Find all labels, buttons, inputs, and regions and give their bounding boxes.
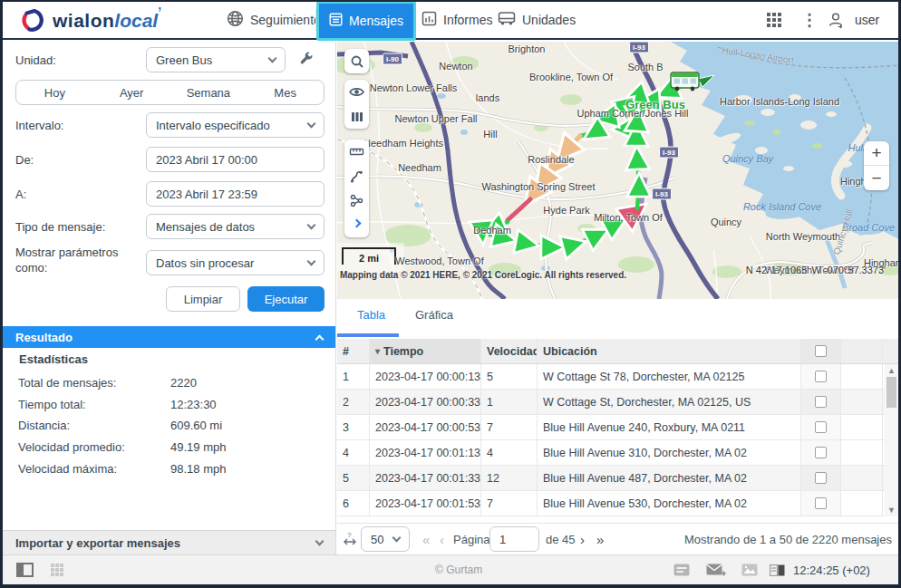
map-panel-expand-chevron-button[interactable] (344, 213, 369, 237)
tab-chart[interactable]: Gráfica (415, 308, 453, 322)
mail-notification-button[interactable] (706, 555, 726, 584)
scrollbar-thumb[interactable] (886, 377, 896, 408)
map-label-shield: I-93 (629, 42, 649, 53)
map-label-town: Washington Spring Street (482, 181, 596, 192)
map-label-town: Needham (398, 162, 441, 173)
goto-message-button[interactable]: ? (343, 524, 357, 554)
select-all-checkbox[interactable] (815, 345, 827, 357)
unit-select[interactable]: Green Bus (146, 47, 286, 72)
stat-value: 609.60 mi (170, 419, 222, 432)
map-measure-ruler-button[interactable] (344, 140, 369, 164)
layout-toggle-button[interactable] (770, 555, 785, 584)
row-checkbox[interactable] (815, 421, 827, 433)
table-row[interactable]: 6 2023-04-17 00:01:53 7 Blue Hill Avenue… (337, 491, 899, 516)
map-label-attr: Mapping data © 2021 HERE, © 2021 CoreLog… (340, 270, 626, 280)
stat-label: Velocidad promedio: (18, 440, 125, 454)
stat-label: Velocidad máxima: (18, 462, 117, 476)
zoom-in-button[interactable]: + (864, 141, 889, 166)
prev-page-button[interactable]: ‹ (440, 524, 444, 554)
col-index[interactable]: # (337, 339, 370, 363)
log-button[interactable] (673, 555, 690, 584)
map-canvas[interactable]: NewtonBrightonBrookline, Town OfNewton L… (337, 42, 899, 299)
range-month-button[interactable]: Mes (247, 81, 324, 104)
nav-reports[interactable]: Informes (421, 2, 492, 38)
table-row[interactable]: 3 2023-04-17 00:00:53 7 Blue Hill Avenue… (337, 415, 899, 440)
result-section-header[interactable]: Resultado (3, 326, 335, 348)
app-window: wialon local ’ Seguimiento Informes (0, 0, 901, 588)
next-page-button[interactable]: › (580, 524, 585, 554)
params-select[interactable]: Datos sin procesar (146, 250, 325, 275)
execute-button[interactable]: Ejecutar (247, 286, 325, 312)
map-label-water: Quincy Bay (722, 153, 773, 164)
user-icon[interactable] (827, 2, 845, 38)
top-bar: wialon local ’ Seguimiento Informes (3, 2, 898, 40)
col-time[interactable]: ▾Tiempo (370, 339, 481, 363)
interval-select[interactable]: Intervalo especificado (146, 112, 325, 138)
to-input[interactable]: 2023 Abril 17 23:59 (146, 181, 325, 207)
copyright: © Gurtam (435, 555, 482, 584)
nav-reports-label: Informes (443, 13, 492, 27)
table-row[interactable]: 4 2023-04-17 00:01:13 4 Blue Hill Avenue… (337, 440, 899, 466)
map-track-button[interactable] (344, 164, 369, 188)
range-today-button[interactable]: Hoy (16, 81, 93, 104)
col-location[interactable]: Ubicación (538, 339, 801, 363)
col-speed[interactable]: Velocidad (481, 339, 538, 363)
range-yesterday-button[interactable]: Ayer (93, 81, 170, 104)
table-row[interactable]: 2 2023-04-17 00:00:33 1 W Cottage St, Do… (337, 390, 899, 415)
scroll-down-icon[interactable]: ▼ (885, 506, 898, 515)
map-nodes-button[interactable] (344, 188, 369, 213)
page-number-input[interactable]: 1 (489, 526, 539, 552)
map-layers-button[interactable] (344, 104, 369, 129)
tab-table[interactable]: Tabla (357, 308, 385, 322)
first-page-button[interactable]: « (422, 524, 430, 554)
import-export-section-header[interactable]: Importar y exportar mensajes (3, 530, 335, 554)
to-label: A: (15, 188, 26, 201)
message-type-label: Tipo de mensaje: (15, 220, 105, 234)
row-checkbox[interactable] (815, 447, 827, 458)
map-label-water: Hull (848, 142, 866, 153)
nav-tracking[interactable]: Seguimiento (227, 2, 321, 38)
map-label-unit: Green Bus (625, 98, 685, 111)
col-filler (841, 339, 883, 363)
unit-settings-wrench-button[interactable] (298, 51, 318, 71)
nav-messages[interactable]: Mensajes (319, 4, 413, 38)
map-label-scale: 2 mi (359, 253, 379, 264)
stat-value: 12:23:30 (170, 398, 217, 411)
apps-grid-button[interactable] (766, 2, 782, 38)
media-button[interactable] (741, 555, 758, 584)
bottom-grid-button[interactable] (50, 555, 64, 584)
row-checkbox[interactable] (815, 472, 827, 484)
page-size-value: 50 (371, 533, 393, 546)
map-label-shield: I-93 (659, 147, 679, 159)
collapse-panel-button[interactable] (16, 555, 34, 584)
page-size-select[interactable]: 50 (361, 526, 410, 552)
from-input[interactable]: 2023 Abril 17 00:00 (146, 147, 325, 172)
map-label-town: Brookline, Town Of (529, 72, 613, 82)
map-label-water: Rock Island Cove (743, 201, 821, 212)
row-checkbox[interactable] (815, 371, 827, 382)
more-menu-button[interactable]: ⋮ (801, 2, 818, 38)
filter-panel: Unidad: Green Bus Hoy Ayer Semana Mes In… (3, 42, 336, 554)
map-label-town: Hyde Park (543, 205, 589, 216)
zoom-out-button[interactable]: − (864, 166, 889, 190)
nav-separator (315, 9, 316, 31)
row-checkbox[interactable] (815, 497, 827, 509)
range-week-button[interactable]: Semana (170, 81, 247, 104)
clear-button[interactable]: Limpiar (166, 286, 240, 312)
map-search-button[interactable] (344, 49, 369, 73)
scroll-up-icon[interactable]: ▲ (885, 366, 898, 375)
unit-select-value: Green Bus (156, 53, 269, 67)
user-name[interactable]: user (855, 2, 879, 38)
stat-value: 98.18 mph (170, 462, 226, 476)
message-type-select[interactable]: Mensajes de datos (146, 214, 325, 239)
table-row[interactable]: 5 2023-04-17 00:01:33 12 Blue Hill Avenu… (337, 466, 899, 491)
last-page-button[interactable]: » (596, 524, 604, 554)
map-label-town: Quincy (711, 217, 741, 227)
row-checkbox[interactable] (815, 396, 827, 408)
map-visibility-eye-button[interactable] (344, 80, 369, 104)
table-row[interactable]: 1 2023-04-17 00:00:13 5 W Cottage St 78,… (337, 364, 899, 390)
nav-units[interactable]: Unidades (498, 2, 576, 38)
stats-title: Estadísticas (19, 352, 88, 366)
table-scrollbar[interactable]: ▲ ▼ (885, 364, 898, 516)
interval-label: Intervalo: (15, 119, 63, 132)
